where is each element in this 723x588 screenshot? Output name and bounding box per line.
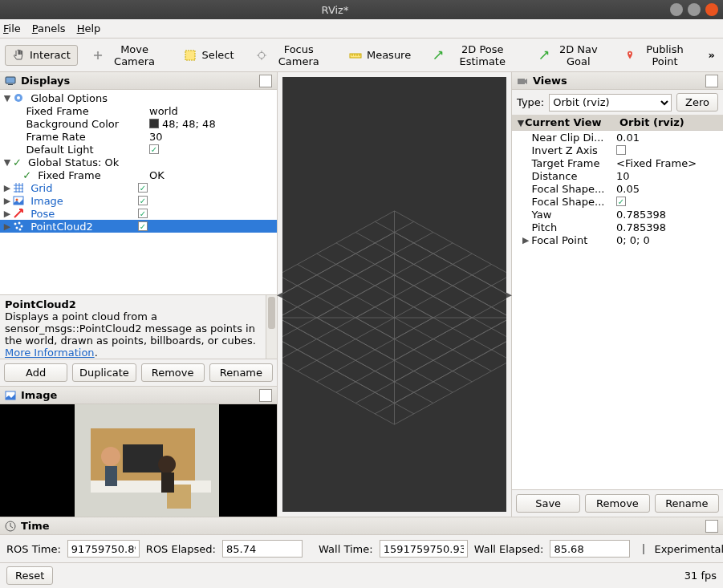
camera-icon	[517, 75, 528, 87]
displays-icon	[5, 75, 16, 87]
tree-row-grid[interactable]: ▶ Grid ✓	[0, 181, 277, 194]
more-information-link[interactable]: More Information	[5, 347, 95, 359]
maximize-icon[interactable]	[688, 3, 701, 16]
close-icon[interactable]	[705, 3, 718, 16]
svg-point-7	[17, 96, 20, 99]
view-row-invert-z[interactable]: Invert Z Axis	[512, 144, 723, 156]
displays-panel-header: Displays	[0, 72, 277, 90]
displays-tree[interactable]: ▼ Global Options Fixed Frame world Backg…	[0, 90, 277, 294]
checkbox-unchecked-icon[interactable]	[616, 145, 626, 155]
nav-goal-label: 2D Nav Goal	[554, 43, 603, 67]
tree-row-status-fixed-frame[interactable]: ✓ Fixed Frame OK	[0, 168, 277, 181]
checkbox-checked-icon[interactable]: ✓	[138, 196, 148, 205]
focus-camera-button[interactable]: Focus Camera	[250, 39, 334, 71]
image-viewport[interactable]	[0, 404, 277, 517]
time-float-button[interactable]	[705, 520, 718, 533]
ros-time-label: ROS Time:	[6, 543, 61, 555]
tree-row-global-options[interactable]: ▼ Global Options	[0, 91, 277, 104]
checkbox-checked-icon[interactable]: ✓	[138, 221, 148, 231]
view-row-focal-point[interactable]: ▶Focal Point0; 0; 0	[512, 233, 723, 246]
checkbox-checked-icon[interactable]: ✓	[149, 144, 159, 154]
tree-row-fixed-frame[interactable]: Fixed Frame world	[0, 104, 277, 117]
pose-estimate-button[interactable]: 2D Pose Estimate	[426, 39, 524, 71]
svg-point-22	[101, 447, 120, 466]
publish-point-label: Publish Point	[640, 43, 689, 67]
checkbox-checked-icon[interactable]: ✓	[138, 209, 148, 218]
svg-point-3	[629, 52, 631, 54]
window-title: RViz*	[5, 4, 665, 16]
displays-float-button[interactable]	[259, 75, 272, 87]
menu-file[interactable]: File	[3, 22, 21, 34]
image-icon	[5, 390, 16, 401]
svg-rect-27	[518, 79, 525, 84]
views-header-value: Orbit (rviz)	[619, 116, 684, 128]
3d-viewport[interactable]	[282, 77, 506, 512]
measure-button[interactable]: Measure	[342, 45, 418, 66]
view-row-near-clip[interactable]: Near Clip Di...0.01	[512, 131, 723, 144]
add-button[interactable]: Add	[4, 363, 67, 382]
tree-row-global-status[interactable]: ▼✓ Global Status: Ok	[0, 156, 277, 168]
svg-rect-5	[8, 84, 13, 85]
svg-rect-25	[161, 472, 174, 493]
interact-button[interactable]: Interact	[5, 45, 78, 66]
tree-row-pointcloud2[interactable]: ▶ PointCloud2 ✓	[0, 220, 277, 233]
svg-rect-23	[105, 466, 117, 486]
tree-row-frame-rate[interactable]: Frame Rate 30	[0, 130, 277, 143]
views-remove-button[interactable]: Remove	[585, 494, 649, 513]
rename-button[interactable]: Rename	[209, 363, 273, 382]
image-float-button[interactable]	[259, 389, 272, 402]
time-panel-header: Time	[0, 517, 723, 535]
select-icon	[184, 49, 197, 62]
remove-button[interactable]: Remove	[141, 363, 205, 382]
menu-panels[interactable]: Panels	[32, 22, 66, 34]
move-camera-button[interactable]: Move Camera	[86, 39, 169, 71]
wall-time-field[interactable]	[380, 540, 468, 558]
wall-elapsed-field[interactable]	[550, 540, 630, 558]
tree-row-pose[interactable]: ▶ Pose ✓	[0, 207, 277, 220]
ros-time-field[interactable]	[67, 540, 140, 558]
select-button[interactable]: Select	[177, 45, 241, 66]
views-header-name: Current View	[525, 116, 602, 128]
arrow-green-icon	[433, 49, 443, 62]
wall-time-label: Wall Time:	[319, 543, 373, 555]
views-type-select[interactable]: Orbit (rviz)	[549, 94, 672, 112]
views-rename-button[interactable]: Rename	[655, 494, 719, 513]
zero-button[interactable]: Zero	[676, 93, 718, 112]
ros-elapsed-field[interactable]	[222, 540, 303, 558]
view-row-focal-size[interactable]: Focal Shape...0.05	[512, 182, 723, 195]
image-panel-header: Image	[0, 387, 277, 404]
camera-image	[43, 404, 235, 517]
measure-label: Measure	[367, 49, 411, 61]
svg-point-14	[19, 229, 22, 231]
publish-point-button[interactable]: Publish Point	[618, 39, 697, 71]
toolbar-overflow-button[interactable]: »	[705, 49, 718, 61]
scrollbar-vertical[interactable]	[266, 295, 277, 359]
views-save-button[interactable]: Save	[516, 494, 580, 513]
view-row-pitch[interactable]: Pitch0.785398	[512, 221, 723, 233]
views-tree[interactable]: ▼Current View Orbit (rviz) Near Clip Di.…	[512, 115, 723, 489]
view-row-target-frame[interactable]: Target Frame<Fixed Frame>	[512, 156, 723, 169]
duplicate-button[interactable]: Duplicate	[72, 363, 136, 382]
checkbox-checked-icon[interactable]: ✓	[138, 183, 148, 193]
tree-row-default-light[interactable]: Default Light ✓	[0, 143, 277, 156]
menubar: File Panels Help	[0, 19, 723, 39]
fps-label: 31 fps	[684, 570, 717, 582]
view-row-distance[interactable]: Distance10	[512, 169, 723, 182]
view-row-focal-fixed[interactable]: Focal Shape...✓	[512, 195, 723, 208]
minimize-icon[interactable]	[670, 3, 683, 16]
menu-help[interactable]: Help	[77, 22, 101, 34]
displays-title: Displays	[21, 75, 70, 87]
views-float-button[interactable]	[705, 75, 718, 87]
svg-point-11	[18, 222, 21, 225]
experimental-checkbox[interactable]	[643, 544, 644, 554]
color-swatch[interactable]	[149, 119, 159, 128]
checkbox-checked-icon[interactable]: ✓	[616, 197, 626, 206]
nav-goal-button[interactable]: 2D Nav Goal	[532, 39, 610, 71]
view-row-yaw[interactable]: Yaw0.785398	[512, 208, 723, 221]
arrow-red-icon	[13, 208, 24, 219]
svg-point-10	[14, 223, 17, 225]
svg-point-13	[16, 227, 18, 229]
tree-row-background-color[interactable]: Background Color 48; 48; 48	[0, 117, 277, 130]
tree-row-image[interactable]: ▶ Image ✓	[0, 194, 277, 207]
reset-button[interactable]: Reset	[6, 566, 53, 585]
